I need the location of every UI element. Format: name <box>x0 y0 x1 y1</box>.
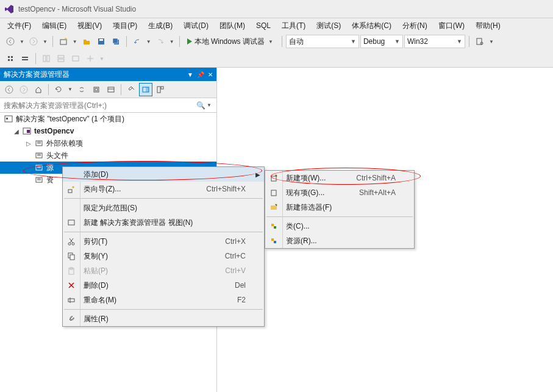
ctx-new-item[interactable]: 新建项(W)... Ctrl+Shift+A <box>265 171 414 185</box>
menu-file[interactable]: 文件(F) <box>2 19 36 33</box>
newview-icon <box>66 217 77 228</box>
dropdown-icon[interactable]: ▼ <box>488 39 495 45</box>
ctx-class[interactable]: 类(C)... <box>265 219 414 233</box>
tree-external-node[interactable]: ▷ 外部依赖项 <box>0 137 216 149</box>
solution-platform-combo[interactable]: 自动▼ <box>286 35 359 48</box>
view-icon[interactable] <box>154 83 167 96</box>
menu-tools[interactable]: 工具(T) <box>277 19 310 33</box>
dropdown-icon[interactable]: ▼ <box>98 56 105 62</box>
start-debug-button[interactable]: 本地 Windows 调试器 ▼ <box>184 35 278 48</box>
find-in-files-button[interactable] <box>473 35 487 48</box>
panel-header: 解决方案资源管理器 ▼ 📌 ✕ <box>0 68 216 81</box>
menu-test[interactable]: 测试(S) <box>312 19 346 33</box>
svg-rect-18 <box>58 59 64 62</box>
home-icon[interactable] <box>32 83 45 96</box>
expander-icon[interactable]: ▷ <box>26 140 32 147</box>
menu-debug[interactable]: 调试(D) <box>179 19 213 33</box>
ctx-existing-item[interactable]: 现有项(G)... Shift+Alt+A <box>265 185 414 200</box>
menu-build[interactable]: 生成(B) <box>143 19 177 33</box>
dropdown-icon[interactable]: ▼ <box>41 39 49 45</box>
dropdown-icon[interactable]: ▼ <box>66 87 74 92</box>
ctx-newview[interactable]: 新建 解决方案资源管理器 视图(N) <box>63 215 264 230</box>
new-project-button[interactable] <box>57 35 70 48</box>
ctx-class-wizard[interactable]: 类向导(Z)... Ctrl+Shift+X <box>63 182 264 196</box>
tree-solution-node[interactable]: 解决方案 "testOpencv" (1 个项目) <box>0 113 216 125</box>
tb-icon2[interactable] <box>18 52 32 65</box>
menu-help[interactable]: 帮助(H) <box>471 19 505 33</box>
close-icon[interactable]: ✕ <box>208 71 213 78</box>
menu-analyze[interactable]: 分析(N) <box>398 19 432 33</box>
back-icon[interactable] <box>2 83 16 96</box>
fwd-icon[interactable] <box>17 83 30 96</box>
svg-rect-12 <box>11 59 13 61</box>
search-icon[interactable]: 🔍 <box>196 101 205 110</box>
save-all-button[interactable] <box>109 35 123 48</box>
tree-header-node[interactable]: ▷ 头文件 <box>0 149 216 162</box>
ctx-add[interactable]: 添加(D) ▶ <box>63 167 264 182</box>
dropdown-icon[interactable]: ▼ <box>145 39 152 45</box>
tb-icon3[interactable] <box>40 52 53 65</box>
svg-rect-22 <box>94 87 99 92</box>
svg-rect-47 <box>68 220 74 225</box>
nav-fwd-button[interactable] <box>27 35 40 48</box>
svg-rect-56 <box>271 176 276 181</box>
search-row: 🔍 ▼ <box>0 98 216 113</box>
menu-view[interactable]: 视图(V) <box>73 19 107 33</box>
tb-icon6[interactable] <box>84 52 97 65</box>
redo-button[interactable] <box>154 35 167 48</box>
ctx-copy[interactable]: 复制(Y) Ctrl+C <box>63 249 264 263</box>
copy-icon <box>66 251 77 262</box>
ctx-new-filter[interactable]: 新建筛选器(F) <box>265 200 414 215</box>
refresh-icon[interactable] <box>52 83 65 96</box>
menu-edit[interactable]: 编辑(E) <box>37 19 71 33</box>
svg-rect-57 <box>271 190 276 196</box>
platform-combo[interactable]: Win32▼ <box>404 35 465 48</box>
dropdown-icon[interactable]: ▼ <box>18 39 26 45</box>
svg-rect-59 <box>271 224 274 226</box>
svg-rect-28 <box>157 87 160 93</box>
panel-menu-icon[interactable]: ▼ <box>187 71 193 78</box>
menu-arch[interactable]: 体系结构(C) <box>347 19 396 33</box>
config-combo[interactable]: Debug▼ <box>360 35 403 48</box>
properties-icon[interactable] <box>124 83 138 96</box>
ctx-delete[interactable]: 删除(D) Del <box>63 278 264 293</box>
ctx-properties[interactable]: 属性(R) <box>63 312 264 326</box>
menu-bar: 文件(F) 编辑(E) 视图(V) 项目(P) 生成(B) 调试(D) 团队(M… <box>0 18 553 33</box>
nav-back-button[interactable] <box>4 35 17 48</box>
svg-rect-33 <box>27 130 30 133</box>
expander-icon[interactable]: ◢ <box>13 128 20 135</box>
svg-point-0 <box>7 38 14 45</box>
tree-project-node[interactable]: ◢ testOpencv <box>0 125 216 137</box>
ctx-rename[interactable]: 重命名(M) F2 <box>63 293 264 307</box>
preview-icon[interactable] <box>139 83 152 96</box>
sync-icon[interactable] <box>75 83 88 96</box>
svg-rect-19 <box>73 56 79 61</box>
tb-icon4[interactable] <box>54 52 68 65</box>
ctx-scope[interactable]: 限定为此范围(S) <box>63 201 264 215</box>
tb-icon1[interactable] <box>4 52 17 65</box>
dropdown-icon[interactable]: ▼ <box>71 39 79 45</box>
delete-icon <box>66 280 77 291</box>
undo-button[interactable] <box>130 35 144 48</box>
search-input[interactable] <box>4 101 196 110</box>
context-submenu-add: 新建项(W)... Ctrl+Shift+A 现有项(G)... Shift+A… <box>265 170 415 249</box>
ctx-cut[interactable]: 剪切(T) Ctrl+X <box>63 234 264 249</box>
menu-project[interactable]: 项目(P) <box>108 19 142 33</box>
save-button[interactable] <box>95 35 108 48</box>
folder-icon <box>34 139 44 148</box>
pin-icon[interactable]: 📌 <box>197 71 204 78</box>
tb-icon5[interactable] <box>69 52 82 65</box>
ctx-resource[interactable]: 资源(R)... <box>265 233 414 248</box>
menu-sql[interactable]: SQL <box>251 20 276 32</box>
menu-team[interactable]: 团队(M) <box>215 19 250 33</box>
show-all-icon[interactable] <box>104 83 118 96</box>
dropdown-icon[interactable]: ▼ <box>205 102 213 108</box>
dropdown-icon[interactable]: ▼ <box>168 39 176 45</box>
open-button[interactable] <box>80 35 93 48</box>
menu-window[interactable]: 窗口(W) <box>433 19 469 33</box>
collapse-icon[interactable] <box>90 83 103 96</box>
filter-icon <box>268 202 279 213</box>
main-toolbar: ▼ ▼ ▼ ▼ ▼ 本地 Windows 调试器 ▼ 自动▼ Debug▼ Wi… <box>0 33 553 68</box>
dropdown-icon: ▼ <box>267 39 274 45</box>
svg-rect-29 <box>161 87 163 89</box>
